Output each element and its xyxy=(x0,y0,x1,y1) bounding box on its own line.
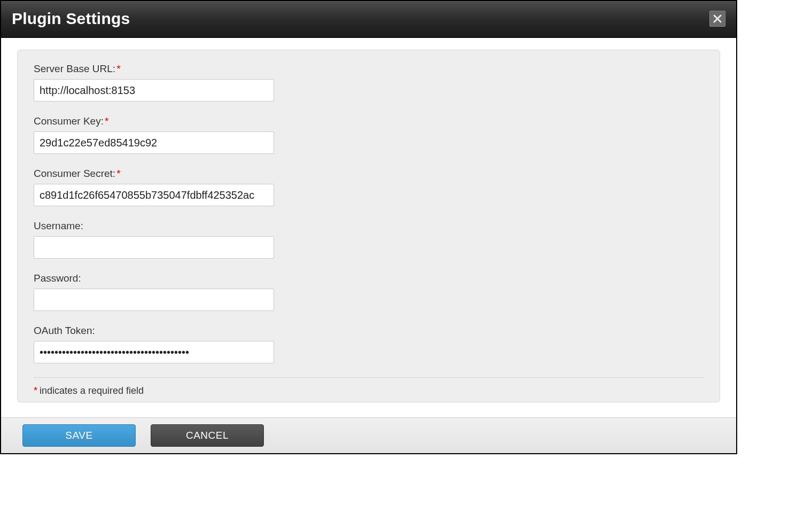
cancel-button[interactable]: CANCEL xyxy=(151,424,264,447)
label-consumer-key: Consumer Key:* xyxy=(34,115,704,127)
dialog-body: Server Base URL:* Consumer Key:* Consume… xyxy=(1,38,736,417)
field-server-base-url: Server Base URL:* xyxy=(34,63,704,102)
input-password[interactable] xyxy=(34,289,274,311)
field-password: Password: xyxy=(34,273,704,311)
close-icon xyxy=(713,14,722,23)
input-oauth-token[interactable] xyxy=(34,341,274,363)
plugin-settings-dialog: Plugin Settings Server Base URL:* Consum… xyxy=(0,0,737,454)
dialog-header: Plugin Settings xyxy=(1,1,736,38)
field-consumer-secret: Consumer Secret:* xyxy=(34,168,704,206)
field-oauth-token: OAuth Token: xyxy=(34,325,704,363)
divider xyxy=(34,377,704,378)
form-panel: Server Base URL:* Consumer Key:* Consume… xyxy=(17,50,720,402)
save-button[interactable]: SAVE xyxy=(22,424,136,447)
label-oauth-token: OAuth Token: xyxy=(34,325,704,337)
input-consumer-secret[interactable] xyxy=(34,184,274,206)
field-username: Username: xyxy=(34,220,704,259)
label-server-base-url: Server Base URL:* xyxy=(34,63,704,75)
label-username: Username: xyxy=(34,220,704,232)
input-username[interactable] xyxy=(34,236,274,259)
label-consumer-secret: Consumer Secret:* xyxy=(34,168,704,180)
dialog-title: Plugin Settings xyxy=(12,10,130,28)
input-server-base-url[interactable] xyxy=(34,79,274,102)
dialog-footer: SAVE CANCEL xyxy=(1,417,736,453)
field-consumer-key: Consumer Key:* xyxy=(34,115,704,154)
required-note: *indicates a required field xyxy=(34,385,704,397)
close-button[interactable] xyxy=(709,11,725,27)
label-password: Password: xyxy=(34,273,704,284)
input-consumer-key[interactable] xyxy=(34,131,274,154)
